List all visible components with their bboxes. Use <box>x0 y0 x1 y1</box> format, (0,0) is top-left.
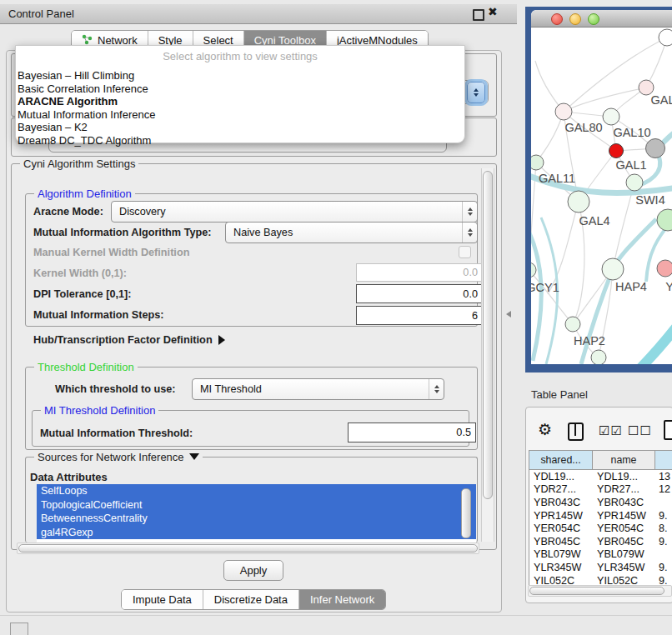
table-row[interactable]: YIL052CYIL052C9. <box>529 574 672 586</box>
cell[interactable]: YPR145W <box>593 510 655 522</box>
table-header-row: shared... name <box>529 451 672 470</box>
splitter-handle[interactable] <box>506 311 511 318</box>
table-row[interactable]: YDL19...YDL19...13 <box>529 470 672 483</box>
table-row[interactable]: YPR145WYPR145W9. <box>529 509 672 522</box>
data-attributes-list[interactable]: SelfLoops TopologicalCoefficient Between… <box>37 484 476 542</box>
attribute-item[interactable]: SelfLoops <box>37 484 476 498</box>
manual-kernel-checkbox[interactable] <box>459 246 471 258</box>
algorithm-option[interactable]: Dream8 DC_TDC Algorithm <box>16 134 464 148</box>
mi-algorithm-type-combo[interactable]: Naive Bayes <box>225 222 478 243</box>
combo-stepper-icon[interactable] <box>467 82 485 103</box>
dpi-tolerance-field[interactable]: 0.0 <box>356 284 483 303</box>
cell[interactable]: 12 <box>655 483 672 495</box>
mac-minimize-icon[interactable] <box>569 13 581 25</box>
kernel-width-field[interactable]: 0.0 <box>356 263 483 282</box>
algorithm-option-selected[interactable]: ARACNE Algorithm <box>16 95 464 108</box>
cell[interactable]: YBL079W <box>593 548 655 560</box>
tab-infer-network[interactable]: Infer Network <box>299 590 385 609</box>
attribute-item[interactable]: BetweennessCentrality <box>37 512 476 526</box>
cell[interactable]: YER054C <box>593 522 655 534</box>
table-panel-title: Table Panel <box>531 388 588 401</box>
cell[interactable]: 9. <box>655 510 672 522</box>
application-window: Control Panel ✖ Network Style Select Cyn… <box>0 0 672 635</box>
column-header-partial[interactable] <box>655 451 672 469</box>
apply-button[interactable]: Apply <box>223 560 283 581</box>
column-header-shared-name[interactable]: shared... <box>529 451 593 469</box>
gear-icon[interactable]: ⚙ <box>538 420 552 439</box>
cell[interactable]: YLR345W <box>529 562 593 573</box>
table-row[interactable]: YBL079WYBL079W <box>529 548 672 562</box>
combo-stepper-icon[interactable] <box>429 379 444 399</box>
algorithm-popup: Select algorithm to view settings Bayesi… <box>15 45 465 143</box>
hub-definition-expander[interactable]: Hub/Transcription Factor Definition <box>33 333 225 346</box>
combo-stepper-icon[interactable] <box>462 222 477 242</box>
cell[interactable]: YDL19... <box>529 471 593 482</box>
threshold-definition-title: Threshold Definition <box>34 361 138 373</box>
cell[interactable]: YLR345W <box>593 562 655 573</box>
table-horizontal-scrollbar[interactable] <box>528 585 672 597</box>
mac-zoom-icon[interactable] <box>588 13 599 25</box>
table-row[interactable]: YLR345WYLR345W9. <box>529 561 672 574</box>
attribute-item[interactable]: gal4RGexp <box>37 526 476 540</box>
table-row[interactable]: YER054CYER054C8. <box>529 522 672 535</box>
close-icon[interactable]: ✖ <box>488 5 498 18</box>
column-header-name[interactable]: name <box>593 451 655 469</box>
cell[interactable]: YBR043C <box>529 497 593 508</box>
network-canvas[interactable]: GAL GAL80 GAL10 GAL1 GAL11 SWI4 GAL4 GCY… <box>531 28 672 364</box>
settings-horizontal-scrollbar[interactable] <box>17 542 479 554</box>
float-window-icon[interactable] <box>473 9 484 21</box>
split-columns-icon[interactable] <box>568 422 584 441</box>
cell[interactable]: YDR27... <box>593 483 655 495</box>
settings-vertical-scrollbar[interactable] <box>481 168 494 542</box>
cell[interactable]: 9. <box>655 562 672 573</box>
cell[interactable]: YIL052C <box>593 575 655 586</box>
which-threshold-combo[interactable]: MI Threshold <box>192 378 444 400</box>
cell[interactable]: 9. <box>655 575 672 586</box>
cell[interactable]: YBR045C <box>593 536 655 548</box>
tab-impute-data[interactable]: Impute Data <box>122 590 203 609</box>
table-row[interactable]: YDR27...YDR27...12 <box>529 483 672 497</box>
sources-group-title: Sources for Network Inference <box>34 451 203 463</box>
list-scrollbar-thumb[interactable] <box>461 488 471 538</box>
cell[interactable]: YPR145W <box>529 510 593 522</box>
network-graph: GAL GAL80 GAL10 GAL1 GAL11 SWI4 GAL4 GCY… <box>531 28 672 364</box>
algorithm-option[interactable]: Bayesian – K2 <box>16 121 464 134</box>
cell[interactable]: YER054C <box>529 522 593 534</box>
attribute-item[interactable]: TopologicalCoefficient <box>37 498 476 512</box>
node-label: GAL80 <box>564 121 602 134</box>
collapse-arrow-icon[interactable] <box>189 453 199 460</box>
cell[interactable]: YBR043C <box>593 497 655 508</box>
unchecked-columns-icon[interactable]: ☐☐ <box>628 423 652 438</box>
scrollbar-thumb[interactable] <box>18 544 478 552</box>
node-label: GAL11 <box>539 172 575 185</box>
mi-threshold-field[interactable]: 0.5 <box>348 422 476 442</box>
cell[interactable]: 8. <box>655 522 672 534</box>
table-row[interactable]: YBR043CYBR043C <box>529 496 672 509</box>
table-row[interactable]: YBR045CYBR045C9. <box>529 535 672 548</box>
cell[interactable]: 13 <box>655 471 672 482</box>
document-icon[interactable] <box>664 420 672 440</box>
cell[interactable]: YBR045C <box>529 536 593 548</box>
cell[interactable]: YIL052C <box>529 575 593 586</box>
mi-steps-field[interactable]: 6 <box>356 306 483 325</box>
aracne-mode-combo[interactable]: Discovery <box>111 201 478 222</box>
collapsed-panel-button[interactable] <box>10 622 28 635</box>
which-threshold-value: MI Threshold <box>193 383 429 395</box>
cell[interactable]: 9. <box>655 536 672 548</box>
mac-close-icon[interactable] <box>551 13 563 25</box>
node-table: shared... name YDL19...YDL19...13 YDR27.… <box>529 450 672 586</box>
scrollbar-thumb[interactable] <box>483 171 493 499</box>
checked-columns-icon[interactable]: ☑☑ <box>599 423 623 438</box>
hub-definition-label: Hub/Transcription Factor Definition <box>33 333 213 346</box>
combo-stepper-icon[interactable] <box>462 202 477 222</box>
algorithm-option[interactable]: Mutual Information Inference <box>16 108 464 122</box>
control-panel-titlebar[interactable] <box>0 4 517 24</box>
algorithm-option[interactable]: Bayesian – Hill Climbing <box>16 69 464 82</box>
cell[interactable]: YDL19... <box>593 471 655 482</box>
tab-discretize-data[interactable]: Discretize Data <box>203 590 299 609</box>
cell[interactable]: YDR27... <box>529 483 593 495</box>
scrollbar-thumb[interactable] <box>529 587 664 595</box>
algorithm-option[interactable]: Basic Correlation Inference <box>16 82 464 96</box>
cell[interactable]: YBL079W <box>529 548 593 560</box>
network-window-titlebar[interactable] <box>531 10 672 28</box>
